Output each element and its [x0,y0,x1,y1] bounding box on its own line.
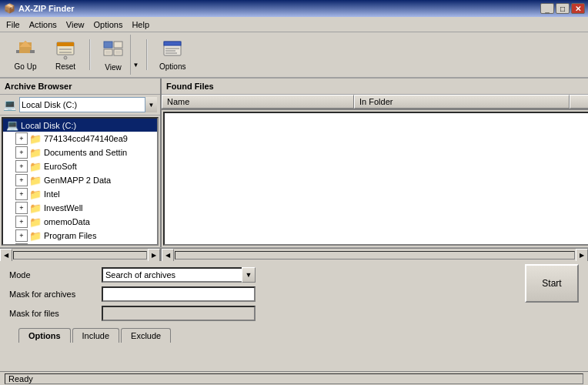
tree-container[interactable]: 💻Local Disk (C:)+📁774134ccd474140ea9+📁Do… [2,117,159,246]
folder-icon: 💻 [6,119,18,131]
drive-icon: 💻 [3,99,16,111]
svg-rect-7 [57,42,74,46]
archive-browser-label: Archive Browser [0,79,160,95]
svg-rect-20 [164,42,181,45]
tree-expand-btn[interactable]: + [15,202,28,214]
col-header-folder[interactable]: In Folder [354,95,570,109]
tree-label: Intel [44,189,60,199]
tree-label: RECYCLED [41,245,87,246]
mode-label: Mode [9,270,102,280]
mask-archives-input[interactable] [102,286,256,302]
drive-dropdown[interactable]: Local Disk (C:) [19,97,157,112]
left-panel: Archive Browser 💻 Local Disk (C:) ▼ 💻Loc… [0,79,162,247]
tree-item[interactable]: 💻Local Disk (C:) [3,119,157,132]
tree-item[interactable]: +📁774134ccd474140ea9 [3,132,157,146]
tabs-row: Options Include Exclude [9,325,579,343]
mask-files-label: Mask for files [9,309,102,318]
menu-file[interactable]: File [2,18,25,31]
tree-item[interactable]: +📁Program Files [3,229,157,243]
tree-label: Documents and Settin [44,148,127,157]
tree-expand-btn[interactable]: + [15,132,28,145]
tree-label: Program Files [44,231,96,240]
tree-expand-btn[interactable]: + [15,216,28,228]
tab-include[interactable]: Include [72,328,119,343]
right-hscroll-right[interactable]: ▶ [576,249,588,262]
menu-actions[interactable]: Actions [25,18,62,31]
svg-rect-13 [104,49,112,55]
main-area: Archive Browser 💻 Local Disk (C:) ▼ 💻Loc… [0,79,588,248]
mode-dropdown-arrow[interactable]: ▼ [242,267,256,283]
toolbar: Go Up Reset [0,32,588,79]
svg-rect-4 [21,47,30,53]
window-controls: _ □ ✕ [540,3,585,14]
tree-expand-btn[interactable]: + [15,146,28,159]
toolbar-separator-1 [89,39,91,70]
tree-expand-btn[interactable]: + [15,243,28,246]
mode-dropdown[interactable]: Search of archives Search in archives Ex… [102,267,256,283]
col-header-name[interactable]: Name [162,95,354,109]
right-panel: Found Files Name In Folder Size Modified [162,79,588,247]
tree-item[interactable]: +📁omemoData [3,215,157,229]
menu-help[interactable]: Help [127,18,154,31]
mask-files-input[interactable] [102,306,256,321]
tree-expand-btn[interactable]: + [15,229,28,242]
options-icon [160,38,185,61]
start-button[interactable]: Start [525,264,579,303]
folder-icon: 📁 [29,189,42,200]
mode-row: Mode Search of archives Search in archiv… [9,267,579,283]
tree-item[interactable]: +📁EuroSoft [3,159,157,173]
options-button[interactable]: Options [152,35,192,75]
tree-item[interactable]: +📁InvestWell [3,201,157,215]
files-content[interactable] [163,112,588,246]
tree-label: EuroSoft [44,162,77,171]
tree-item[interactable]: +📁GenMAPP 2 Data [3,173,157,187]
folder-icon: 📁 [29,147,42,159]
toolbar-separator-2 [146,39,148,70]
menu-bar: File Actions View Options Help [0,17,588,32]
view-dropdown-arrow[interactable]: ▼ [130,35,141,75]
tree-expand-btn[interactable]: + [15,174,28,186]
view-icon [101,38,125,62]
reset-button[interactable]: Reset [46,35,85,75]
col-header-size[interactable]: Size [570,95,588,109]
scroll-row: ◀ ▶ ◀ ▶ [0,248,588,261]
view-label: View [105,63,122,72]
mask-files-row: Mask for files [9,306,579,321]
mask-archives-row: Mask for archives [9,286,579,302]
folder-icon: 📁 [29,216,42,228]
tab-exclude[interactable]: Exclude [121,328,171,343]
title-icon: 📦 [3,2,15,15]
tree-item[interactable]: +📁Documents and Settin [3,146,157,159]
menu-options[interactable]: Options [89,18,127,31]
menu-view[interactable]: View [62,18,89,31]
folder-icon: ♻ [29,244,38,246]
tree-label: 774134ccd474140ea9 [44,134,128,143]
left-hscroll-right[interactable]: ▶ [148,249,160,262]
minimize-button[interactable]: _ [540,3,554,14]
go-up-icon [13,38,38,61]
tree-item[interactable]: +♻RECYCLED [3,243,157,246]
view-button[interactable]: View ▼ [95,34,142,75]
svg-rect-14 [114,49,122,55]
tree-expand-btn[interactable]: + [15,188,28,200]
go-up-button[interactable]: Go Up [6,35,45,75]
tree-item[interactable]: +📁Intel [3,187,157,201]
bottom-section: Mode Search of archives Search in archiv… [0,261,588,349]
go-up-label: Go Up [15,62,37,71]
folder-icon: 📁 [29,161,42,172]
close-button[interactable]: ✕ [571,3,585,14]
tree-label: omemoData [44,217,90,226]
tab-options[interactable]: Options [18,328,71,343]
drive-selector: 💻 Local Disk (C:) ▼ [0,95,160,116]
title-text: AX-ZIP Finder [18,4,540,13]
tree-expand-btn[interactable]: + [15,160,28,172]
tree-label: InvestWell [44,203,83,213]
right-hscroll-left[interactable]: ◀ [162,249,174,262]
left-hscroll-left[interactable]: ◀ [0,249,12,262]
maximize-button[interactable]: □ [556,3,570,14]
options-label: Options [159,62,185,71]
folder-icon: 📁 [29,133,42,145]
bottom-panel: Mode Search of archives Search in archiv… [0,261,588,349]
mask-archives-label: Mask for archives [9,290,102,299]
svg-rect-12 [114,42,122,48]
